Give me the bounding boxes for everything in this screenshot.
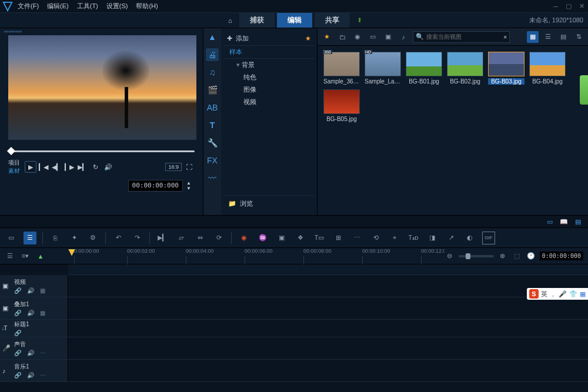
track-head[interactable]: 🎤 声音 🔗🔊⋯: [0, 337, 68, 359]
minimize-button[interactable]: ─: [552, 2, 560, 11]
search-box[interactable]: 🔍 ×: [413, 31, 510, 43]
track-list-icon[interactable]: ≡▾: [20, 251, 31, 262]
ime-punct-icon[interactable]: ，: [550, 290, 556, 299]
link-icon[interactable]: 🔗: [14, 330, 21, 336]
thumb-item[interactable]: BG-B01.jpg: [406, 52, 442, 85]
title-ab-icon[interactable]: AB: [206, 101, 219, 114]
ime-menu-icon[interactable]: ▦: [580, 290, 586, 298]
ime-lang[interactable]: 英: [541, 290, 547, 299]
thumb-item[interactable]: BG-B05.jpg: [323, 89, 360, 122]
timeline-ruler[interactable]: 0:00:00:00 00:00:02:00 00:00:04:00 00:00…: [68, 248, 445, 264]
fx-icon[interactable]: FX: [206, 154, 219, 167]
volume-button[interactable]: 🔊: [102, 161, 114, 173]
track-content[interactable]: [68, 320, 588, 337]
audio-wave-icon[interactable]: ♒: [256, 232, 269, 244]
collapse-icon[interactable]: ▲: [206, 31, 219, 43]
track-add-icon[interactable]: ▲: [35, 251, 46, 262]
tab-edit[interactable]: 编辑: [277, 13, 312, 28]
mute-icon[interactable]: 🔊: [27, 287, 34, 294]
sort-icon[interactable]: ⇅: [573, 31, 584, 43]
link-icon[interactable]: 🔗: [14, 287, 21, 294]
side-tab[interactable]: [580, 75, 588, 105]
more-icon[interactable]: ⋯: [40, 372, 46, 378]
filter-video-icon[interactable]: ▭: [367, 31, 379, 43]
preview-mode-project[interactable]: 项目: [8, 159, 20, 167]
crop-icon[interactable]: ▱: [175, 232, 188, 244]
audio-icon[interactable]: ♫: [206, 66, 219, 79]
track-head[interactable]: ᵢT 标题1 🔗: [0, 320, 68, 337]
tree-item-image[interactable]: 图像: [223, 83, 315, 96]
brightness-icon[interactable]: ◐: [463, 232, 476, 244]
next-frame-button[interactable]: ▎▶: [64, 161, 75, 173]
track-content[interactable]: [68, 337, 588, 359]
grid-icon[interactable]: ⊞: [332, 232, 345, 244]
preview-viewport[interactable]: [8, 35, 196, 140]
gif-icon[interactable]: GIF: [482, 232, 495, 244]
menu-file[interactable]: 文件(F): [18, 2, 39, 11]
mute-icon[interactable]: 🔊: [27, 310, 34, 316]
tools-icon[interactable]: 🔧: [206, 136, 219, 149]
scrubber-playhead[interactable]: [7, 147, 15, 155]
filter-circle-icon[interactable]: ◉: [352, 31, 363, 43]
go-start-button[interactable]: ▎◀: [38, 161, 49, 173]
text-icon[interactable]: T: [206, 119, 219, 132]
home-icon[interactable]: ⌂: [223, 15, 237, 26]
undo-icon[interactable]: ↶: [112, 232, 125, 244]
search-input[interactable]: [426, 33, 501, 40]
grid-icon[interactable]: ▦: [40, 287, 45, 294]
preview-timecode[interactable]: 00:00:00:000: [128, 180, 183, 192]
ime-mic-icon[interactable]: 🎤: [559, 290, 567, 298]
track-head[interactable]: ♪ 音乐1 🔗🔊⋯: [0, 360, 68, 381]
refresh-icon[interactable]: ⟲: [369, 232, 382, 244]
target-icon[interactable]: ⌖: [388, 232, 401, 244]
upload-icon[interactable]: ⬆: [352, 14, 367, 26]
tree-item-solid[interactable]: 纯色: [223, 71, 315, 83]
resize-icon[interactable]: ⇔: [193, 232, 206, 244]
timeline-sub-ruler[interactable]: [68, 264, 588, 275]
star-icon[interactable]: ★: [305, 35, 311, 42]
settings-icon[interactable]: ⚙: [86, 232, 99, 244]
timeline-view-icon[interactable]: ☰: [24, 232, 36, 244]
track-content[interactable]: [68, 360, 588, 381]
panel-btn-1[interactable]: ▭: [544, 217, 555, 226]
view-large-icon[interactable]: ▦: [527, 31, 539, 43]
mute-icon[interactable]: 🔊: [27, 372, 34, 378]
thumb-item[interactable]: BG-B03.jpg: [488, 52, 524, 85]
tree-item-background[interactable]: ▾ 背景: [223, 59, 315, 71]
subtitle-icon[interactable]: T▭: [313, 232, 326, 244]
menu-help[interactable]: 帮助(H): [136, 2, 158, 11]
transition-icon[interactable]: 🎬: [206, 83, 219, 96]
aspect-ratio-badge[interactable]: 16:9: [165, 163, 182, 171]
rotate-icon[interactable]: ⟳: [212, 232, 225, 244]
track-content[interactable]: [68, 275, 588, 297]
tab-capture[interactable]: 捕获: [239, 13, 275, 28]
zoom-slider[interactable]: [459, 255, 494, 257]
mute-icon[interactable]: 🔊: [27, 350, 34, 356]
tree-item-sample[interactable]: 样本: [223, 46, 315, 59]
path-icon[interactable]: 〰: [206, 172, 219, 185]
filter-image-icon[interactable]: ▣: [382, 31, 394, 43]
zoom-in-icon[interactable]: ⊕: [497, 251, 508, 262]
play-button[interactable]: ▶: [25, 161, 36, 173]
panel-btn-2[interactable]: 📖: [559, 217, 569, 226]
loop-button[interactable]: ↻: [89, 161, 101, 173]
thumb-item[interactable]: BG-B04.jpg: [529, 52, 566, 85]
clock-icon[interactable]: 🕐: [526, 251, 536, 262]
track-menu-icon[interactable]: ☰: [5, 251, 15, 262]
preview-scrubber[interactable]: [8, 147, 195, 154]
favorite-icon[interactable]: ★: [321, 31, 333, 43]
lib-folder-icon[interactable]: 🗀: [336, 31, 348, 43]
thumb-item[interactable]: 360Sample_360.mp4: [323, 52, 360, 85]
tree-item-video[interactable]: 视频: [223, 96, 315, 108]
ime-skin-icon[interactable]: 👕: [569, 290, 577, 298]
panel-btn-3[interactable]: ▤: [573, 217, 583, 226]
mask-icon[interactable]: ◨: [426, 232, 439, 244]
track-head[interactable]: ▣ 叠加1 🔗🔊▦: [0, 297, 68, 319]
menu-settings[interactable]: 设置(S): [106, 2, 128, 11]
more-icon[interactable]: ⋯: [350, 232, 363, 244]
close-button[interactable]: ✕: [577, 2, 586, 11]
link-icon[interactable]: 🔗: [14, 310, 21, 316]
go-end-button[interactable]: ▶▎: [76, 161, 88, 173]
more-icon[interactable]: ⋯: [40, 350, 46, 356]
zoom-fit-icon[interactable]: ⬚: [512, 251, 522, 262]
